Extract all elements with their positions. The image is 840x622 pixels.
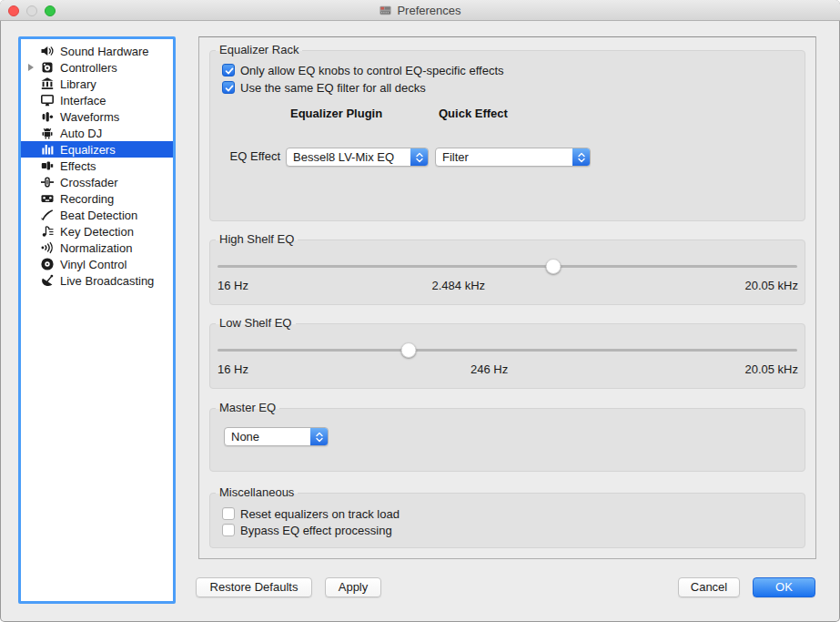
- interface-icon: [40, 93, 55, 107]
- beat-detection-icon: [40, 208, 55, 222]
- checkbox-label: Only allow EQ knobs to control EQ-specif…: [240, 64, 504, 77]
- close-button[interactable]: [8, 5, 19, 16]
- master-eq-group: Master EQ None: [209, 408, 805, 472]
- checkbox-row-bypass-eq-effect-processing[interactable]: Bypass EQ effect processing: [222, 523, 392, 537]
- low-shelf-slider[interactable]: [218, 342, 797, 358]
- sidebar-item-library[interactable]: Library: [21, 76, 173, 92]
- checkbox-label: Reset equalizers on track load: [240, 507, 400, 521]
- quick-effect-value: Filter: [436, 150, 572, 165]
- sidebar-item-vinyl-control[interactable]: Vinyl Control: [21, 256, 173, 272]
- checkbox-unchecked[interactable]: [222, 507, 235, 520]
- master-eq-value: None: [225, 430, 310, 444]
- slider-thumb[interactable]: [546, 259, 562, 274]
- sidebar-item-label: Interface: [60, 94, 106, 107]
- app-icon: [379, 4, 392, 17]
- checkbox-checked[interactable]: [222, 81, 235, 94]
- sidebar-item-label: Sound Hardware: [60, 45, 149, 58]
- scale-max-label: 20.05 kHz: [744, 279, 798, 292]
- sidebar-item-waveforms[interactable]: Waveforms: [21, 108, 173, 125]
- preferences-category-list[interactable]: Sound HardwareControllersLibraryInterfac…: [18, 36, 176, 604]
- scale-value-label: 246 Hz: [471, 362, 508, 376]
- sidebar-item-controllers[interactable]: Controllers: [21, 59, 173, 76]
- title-bar: Preferences: [0, 0, 840, 21]
- equalizer-plugin-select[interactable]: Bessel8 LV-Mix EQ: [286, 148, 429, 167]
- sidebar-item-key-detection[interactable]: Key Detection: [21, 223, 173, 240]
- slider-track[interactable]: [218, 265, 797, 268]
- restore-defaults-button[interactable]: Restore Defaults: [196, 577, 312, 597]
- sidebar-item-label: Equalizers: [60, 143, 116, 157]
- high-shelf-slider[interactable]: [218, 259, 797, 274]
- popup-arrows-icon: [410, 148, 428, 166]
- effects-icon: [40, 158, 55, 173]
- sidebar-item-effects[interactable]: Effects: [21, 158, 173, 174]
- scale-value-label: 2.484 kHz: [431, 279, 485, 292]
- sidebar-item-label: Vinyl Control: [60, 258, 127, 271]
- sidebar-item-sound-hardware[interactable]: Sound Hardware: [21, 43, 173, 59]
- sidebar-item-normalization[interactable]: Normalization: [21, 240, 173, 256]
- checkbox-unchecked[interactable]: [222, 524, 235, 536]
- group-title: Equalizer Rack: [216, 43, 302, 57]
- library-icon: [40, 76, 55, 91]
- scale-max-label: 20.05 kHz: [744, 362, 798, 376]
- quick-effect-header: Quick Effect: [439, 107, 508, 120]
- disclosure-triangle-icon[interactable]: [21, 64, 40, 71]
- quick-effect-select[interactable]: Filter: [435, 148, 591, 167]
- apply-button[interactable]: Apply: [325, 577, 381, 597]
- slider-thumb[interactable]: [401, 342, 417, 358]
- slider-track[interactable]: [218, 349, 797, 352]
- controllers-icon: [40, 60, 55, 75]
- ok-button[interactable]: OK: [753, 577, 815, 597]
- sidebar-item-label: Beat Detection: [60, 209, 137, 222]
- popup-arrows-icon: [310, 428, 328, 445]
- scale-min-label: 16 Hz: [218, 362, 248, 376]
- autodj-icon: [40, 126, 55, 140]
- zoom-button[interactable]: [45, 5, 56, 16]
- sidebar-item-crossfader[interactable]: Crossfader: [21, 174, 173, 190]
- sidebar-item-equalizers[interactable]: Equalizers: [21, 141, 173, 158]
- eq-effect-label: EQ Effect: [222, 149, 280, 163]
- group-title: High Shelf EQ: [216, 232, 298, 247]
- sidebar-item-recording[interactable]: Recording: [21, 190, 173, 207]
- vinyl-control-icon: [40, 257, 55, 271]
- checkbox-row-reset-equalizers-on-track-load[interactable]: Reset equalizers on track load: [222, 506, 400, 521]
- cancel-button[interactable]: Cancel: [678, 577, 740, 597]
- traffic-lights: [8, 5, 56, 16]
- equalizers-icon: [40, 142, 55, 157]
- sidebar-item-interface[interactable]: Interface: [21, 92, 173, 108]
- low-shelf-scale: 16 Hz 246 Hz 20.05 kHz: [218, 362, 798, 377]
- checkbox-row-only-allow-eq-knobs-to-control-eq-specific-effects[interactable]: Only allow EQ knobs to control EQ-specif…: [222, 63, 504, 77]
- checkbox-row-use-the-same-eq-filter-for-all-decks[interactable]: Use the same EQ filter for all decks: [222, 80, 426, 95]
- sidebar-item-label: Key Detection: [60, 225, 134, 239]
- sidebar-item-label: Live Broadcasting: [60, 274, 154, 288]
- sidebar-item-label: Waveforms: [60, 110, 119, 124]
- equalizer-rack-group: Equalizer Rack Only allow EQ knobs to co…: [209, 50, 805, 221]
- sidebar-item-auto-dj[interactable]: Auto DJ: [21, 125, 173, 141]
- checkbox-label: Use the same EQ filter for all decks: [240, 81, 426, 95]
- group-title: Low Shelf EQ: [216, 316, 296, 331]
- high-shelf-scale: 16 Hz 2.484 kHz 20.05 kHz: [218, 279, 798, 293]
- sidebar-item-label: Controllers: [60, 61, 117, 75]
- miscellaneous-group: Miscellaneous Reset equalizers on track …: [209, 493, 805, 548]
- sidebar-item-beat-detection[interactable]: Beat Detection: [21, 207, 173, 223]
- scale-min-label: 16 Hz: [218, 279, 248, 292]
- group-title: Master EQ: [216, 401, 279, 415]
- window-title: Preferences: [397, 4, 460, 17]
- preferences-window: Preferences Sound HardwareControllersLib…: [0, 0, 840, 622]
- sidebar-item-label: Library: [60, 77, 96, 91]
- sidebar-item-label: Normalization: [60, 241, 132, 255]
- equalizer-plugin-value: Bessel8 LV-Mix EQ: [287, 150, 410, 165]
- normalization-icon: [40, 240, 55, 255]
- checkbox-checked[interactable]: [222, 64, 235, 76]
- low-shelf-eq-group: Low Shelf EQ 16 Hz 246 Hz 20.05 kHz: [209, 323, 805, 389]
- sidebar-item-live-broadcasting[interactable]: Live Broadcasting: [21, 272, 173, 289]
- master-eq-select[interactable]: None: [224, 427, 329, 446]
- key-detection-icon: [40, 224, 55, 239]
- live-broadcasting-icon: [40, 273, 55, 288]
- high-shelf-eq-group: High Shelf EQ 16 Hz 2.484 kHz 20.05 kHz: [209, 240, 805, 305]
- speaker-icon: [40, 44, 55, 58]
- sidebar-item-label: Auto DJ: [60, 127, 102, 140]
- window-title-group: Preferences: [379, 4, 460, 17]
- preferences-pane: Equalizer Rack Only allow EQ knobs to co…: [198, 36, 816, 559]
- sidebar-item-label: Effects: [60, 159, 96, 173]
- checkbox-label: Bypass EQ effect processing: [240, 524, 392, 537]
